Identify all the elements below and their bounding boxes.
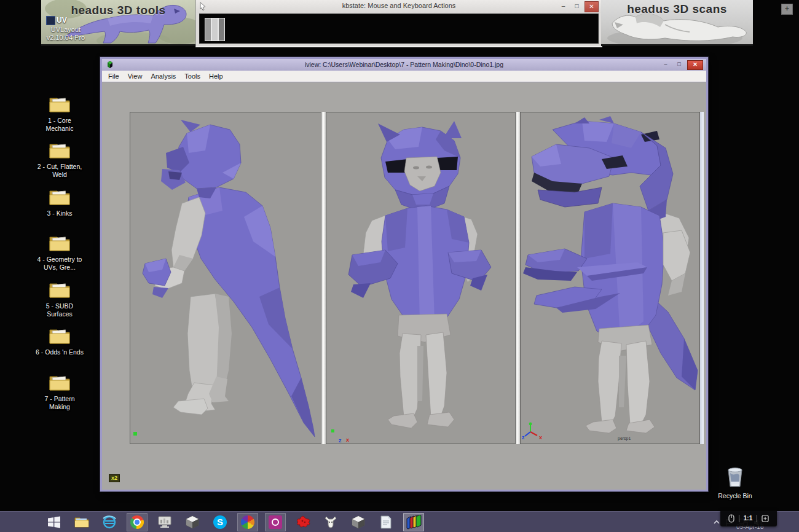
axis-gizmo: z x [331, 429, 349, 444]
folder-icon [48, 233, 71, 252]
folder-icon [48, 280, 71, 299]
recycle-bin[interactable]: Recycle Bin [718, 466, 752, 500]
chrome-icon [130, 515, 144, 529]
iview-titlebar[interactable]: iview: C:\Users\Webinar\Desktop\7 - Patt… [102, 59, 706, 71]
internet-explorer-icon [102, 515, 117, 530]
image-viewport[interactable]: z x [130, 112, 703, 444]
panel-divider [321, 112, 326, 444]
cow-head-icon [323, 515, 338, 530]
folder-label: 3 - Kinks [35, 209, 84, 217]
mouse-button-bar-middle [211, 18, 218, 41]
model-view-front: z x [326, 112, 516, 444]
taskbar-file-explorer[interactable] [71, 513, 92, 531]
expand-button[interactable]: + [781, 4, 793, 15]
recycle-bin-label: Recycle Bin [718, 492, 752, 500]
iview-layers-icon [406, 515, 422, 530]
uvlayout-icon [46, 16, 55, 25]
taskbar-cube-app-1[interactable] [182, 513, 203, 531]
folder-label: 1 - Core Mechanic [35, 117, 84, 133]
windows-logo-icon [47, 515, 61, 529]
desktop-folder-cut-flatten-weld[interactable]: 2 - Cut, Flatten, Weld [35, 140, 84, 179]
kbstate-title: kbstate: Mouse and Keyboard Actions [196, 2, 602, 9]
dino-costume-front-render: z x [326, 112, 516, 444]
wireframe-cube-icon [185, 515, 200, 530]
menu-view[interactable]: View [128, 72, 143, 80]
scans-banner-title: headus 3D scans [601, 2, 753, 16]
panel-edge-strip [700, 112, 704, 444]
folder-icon [48, 187, 71, 206]
iview-content: z x [104, 82, 704, 488]
axis-z-label: z [522, 434, 525, 440]
headus-tools-banner[interactable]: headus 3D tools UV UVLayout v2.10.04 Pro [41, 0, 195, 46]
mouse-icon [728, 514, 734, 523]
taskbar-uvlayout-launcher[interactable] [237, 513, 258, 531]
monitor-icon [157, 515, 172, 529]
axis-gizmo: z x [522, 423, 542, 440]
kbstate-close-button[interactable]: ✕ [584, 1, 599, 12]
desktop-folder-odds-n-ends[interactable]: 6 - Odds 'n Ends [35, 326, 84, 356]
folder-label: 6 - Odds 'n Ends [35, 348, 84, 356]
mouse-button-bar-left [205, 18, 211, 41]
menu-analysis[interactable]: Analysis [151, 72, 176, 80]
start-button[interactable] [43, 512, 65, 532]
folder-label: 5 - SUBD Surfaces [35, 302, 84, 318]
folder-icon [48, 326, 71, 345]
kbstate-action-display [199, 14, 599, 44]
folder-icon [48, 372, 71, 392]
menu-help[interactable]: Help [209, 72, 223, 80]
model-view-three-quarter: z x persp1 [520, 112, 700, 444]
red-gecko-icon [296, 515, 310, 530]
desktop: headus 3D tools UV UVLayout v2.10.04 Pro… [0, 0, 799, 532]
iview-menubar: File View Analysis Tools Help [102, 71, 706, 82]
kbstate-minimize-button[interactable]: – [557, 1, 570, 11]
taskbar-headus-app[interactable] [320, 513, 341, 531]
iview-title: iview: C:\Users\Webinar\Desktop\7 - Patt… [102, 61, 706, 68]
recording-zoom-overlay: 1:1 [720, 510, 777, 526]
taskbar-mouse-tool[interactable] [293, 513, 313, 531]
taskbar-screen-capture[interactable] [265, 513, 286, 531]
mouse-button-bar-right [218, 18, 225, 41]
overlay-separator [739, 515, 739, 522]
iview-close-button[interactable]: ✕ [687, 60, 703, 70]
taskbar-iview[interactable] [403, 513, 424, 531]
notepad-icon [380, 515, 392, 530]
iview-window[interactable]: iview: C:\Users\Webinar\Desktop\7 - Patt… [100, 57, 708, 491]
taskbar-internet-explorer[interactable] [99, 513, 120, 531]
menu-file[interactable]: File [108, 72, 119, 80]
taskbar-cube-app-2[interactable] [348, 513, 369, 531]
axis-x-label: x [346, 437, 349, 443]
dino-costume-three-quarter-render: z x [521, 112, 700, 444]
iview-minimize-button[interactable]: – [659, 60, 672, 69]
axis-z-label: z [339, 437, 342, 444]
panel-divider [516, 112, 520, 444]
kbstate-maximize-button[interactable]: □ [570, 1, 583, 11]
headus-scans-banner[interactable]: headus 3D scans [601, 0, 753, 46]
desktop-folder-core-mechanic[interactable]: 1 - Core Mechanic [35, 94, 84, 133]
desktop-folder-subd-surfaces[interactable]: 5 - SUBD Surfaces [35, 280, 84, 318]
desktop-folder-geometry-to-uvs[interactable]: 4 - Geometry to UVs, Gre... [35, 233, 84, 272]
pinwheel-icon [241, 515, 254, 529]
uvlayout-logo[interactable]: UV [46, 15, 71, 26]
taskbar-notepad[interactable] [376, 513, 396, 531]
folder-icon [48, 140, 71, 160]
taskbar-kbstate-monitor[interactable] [154, 513, 175, 531]
taskbar-skype[interactable]: S [210, 513, 230, 531]
skype-icon: S [213, 515, 227, 529]
file-explorer-icon [74, 516, 89, 528]
model-view-side [130, 112, 321, 444]
iview-maximize-button[interactable]: □ [673, 60, 685, 69]
taskbar-chrome[interactable] [127, 513, 148, 531]
uvlayout-version: v2.10.04 Pro [44, 34, 88, 42]
kbstate-titlebar[interactable]: kbstate: Mouse and Keyboard Actions – □ … [196, 0, 602, 13]
tray-expand-icon[interactable] [714, 520, 720, 525]
overlay-zoom-ratio: 1:1 [744, 515, 752, 522]
taskbar: S 09-Apr-18 [0, 511, 799, 532]
desktop-folder-pattern-making[interactable]: 7 - Pattern Making [35, 372, 84, 411]
uvlayout-version-block: UVLayout v2.10.04 Pro [44, 26, 88, 42]
uvlayout-logo-text: UV [57, 16, 67, 25]
menu-tools[interactable]: Tools [184, 72, 200, 80]
desktop-folder-kinks[interactable]: 3 - Kinks [35, 187, 84, 217]
folder-label: 7 - Pattern Making [35, 395, 84, 411]
wireframe-cube-icon [351, 515, 366, 530]
kbstate-window[interactable]: kbstate: Mouse and Keyboard Actions – □ … [195, 0, 602, 47]
